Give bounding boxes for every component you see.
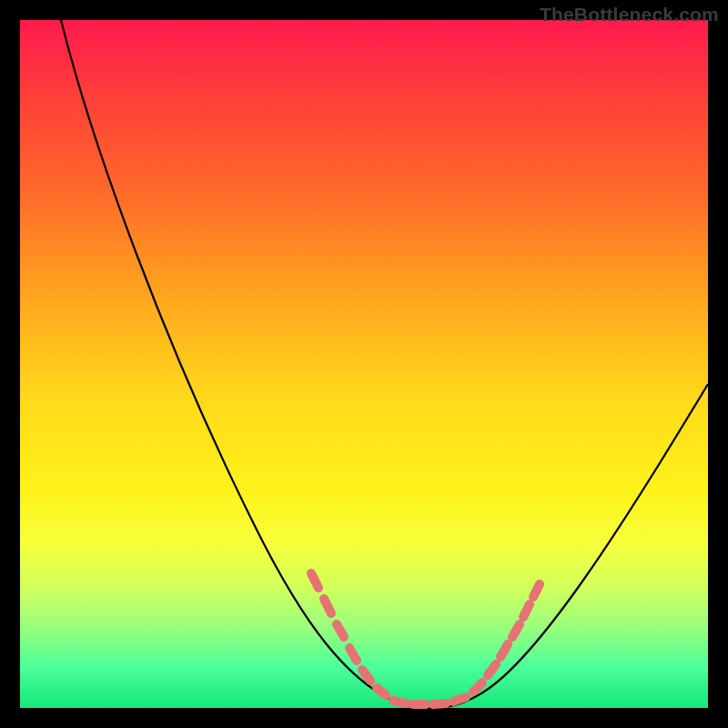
svg-line-3 (349, 648, 357, 661)
svg-line-6 (393, 701, 406, 703)
svg-line-13 (512, 624, 520, 637)
svg-line-0 (311, 573, 318, 588)
svg-line-15 (533, 584, 540, 597)
svg-line-8 (433, 703, 446, 704)
svg-line-9 (453, 697, 466, 702)
svg-line-2 (337, 624, 344, 637)
svg-line-12 (500, 644, 508, 657)
svg-line-11 (488, 664, 496, 675)
bottleneck-curve (61, 20, 708, 708)
svg-line-1 (324, 599, 331, 613)
chart-svg (20, 20, 708, 708)
svg-line-5 (377, 688, 386, 695)
svg-line-14 (523, 604, 530, 617)
chart-frame: TheBottleneck.com (0, 0, 728, 728)
optimal-range-markers (311, 573, 540, 704)
svg-line-10 (473, 682, 482, 692)
watermark-text: TheBottleneck.com (540, 4, 719, 25)
svg-line-4 (362, 670, 370, 681)
plot-area (20, 20, 708, 708)
